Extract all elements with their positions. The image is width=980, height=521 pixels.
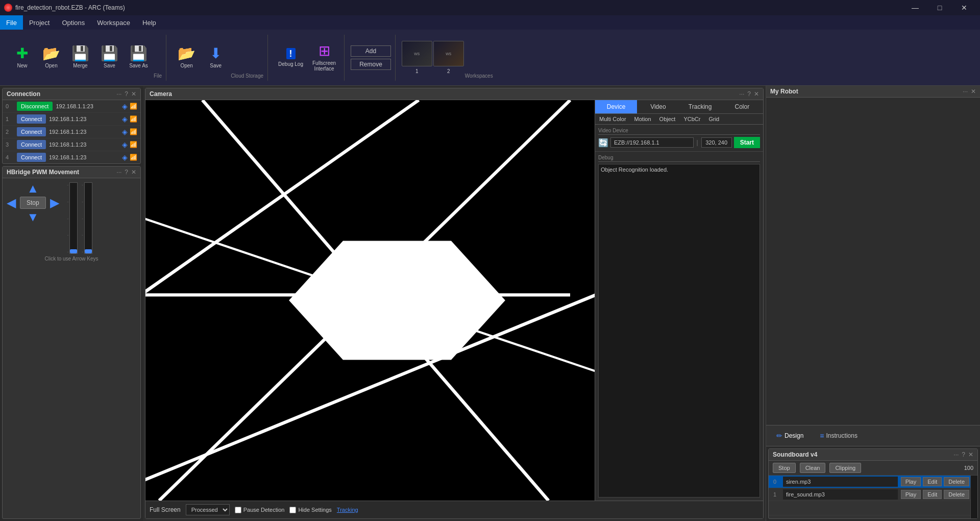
save-icon: 💾 (101, 46, 118, 61)
robot-tab-instructions[interactable]: ≡ Instructions (814, 430, 864, 442)
wifi-icon-0: 📶 (130, 103, 137, 110)
design-tab-label: Design (785, 432, 803, 439)
minimize-button[interactable]: — (903, 0, 927, 15)
tab-color[interactable]: Color (721, 100, 763, 113)
sb-play-1[interactable]: Play (901, 490, 921, 499)
workspace-1-thumb[interactable]: ws (402, 41, 432, 66)
soundboard-close-icon[interactable]: ✕ (968, 451, 973, 458)
down-button[interactable]: ▼ (27, 211, 39, 223)
menu-project[interactable]: Project (23, 15, 56, 30)
fullscreen-button[interactable]: ⊞ Fullscreen Interface (308, 37, 340, 78)
sb-delete-1[interactable]: Delete (944, 490, 969, 499)
start-button[interactable]: Start (734, 137, 760, 148)
sub-tab-object[interactable]: Object (655, 114, 680, 124)
my-robot-options-icon[interactable]: ··· (963, 88, 968, 95)
new-button[interactable]: ✚ New (8, 37, 36, 78)
merge-button[interactable]: 💾 Merge (66, 37, 94, 78)
right-button[interactable]: ▶ (50, 197, 59, 209)
remove-button[interactable]: Remove (351, 59, 391, 70)
connect-button-1[interactable]: Connect (17, 114, 46, 124)
pause-detection-label[interactable]: Pause Detection (235, 507, 285, 513)
left-button[interactable]: ◀ (7, 197, 16, 209)
soundboard-scrollbar[interactable] (970, 476, 977, 518)
connect-button-2[interactable]: Connect (17, 127, 46, 136)
hbridge-help-icon[interactable]: ? (125, 169, 128, 176)
connection-panel-controls: ··· ? ✕ (116, 90, 136, 98)
sb-edit-0[interactable]: Edit (923, 477, 942, 486)
menu-options[interactable]: Options (56, 15, 91, 30)
hide-settings-checkbox[interactable] (289, 507, 296, 513)
sub-tab-motion[interactable]: Motion (630, 114, 655, 124)
tab-tracking[interactable]: Tracking (679, 100, 721, 113)
toolbar-add-remove-group: Add Remove (347, 35, 396, 81)
robot-tab-design[interactable]: ✏ Design (770, 430, 810, 442)
soundboard-row-1: 1 Play Edit Delete (769, 488, 970, 501)
open-button[interactable]: 📂 Open (37, 37, 65, 78)
title-bar: fire_detection_robot.EZB - ARC (Teams) —… (0, 0, 980, 15)
up-button[interactable]: ▲ (27, 182, 39, 195)
disconnect-button-0[interactable]: Disconnect (17, 102, 53, 111)
hide-settings-text: Hide Settings (298, 507, 331, 513)
sb-delete-0[interactable]: Delete (944, 477, 969, 486)
clean-button[interactable]: Clean (800, 463, 826, 473)
slider-1-track[interactable] (69, 182, 78, 254)
view-select[interactable]: Processed Normal Gray (186, 504, 230, 515)
soundboard-panel: Soundboard v4 ··· ? ✕ Stop Clean Clippin… (768, 448, 978, 519)
resolution-input[interactable] (701, 137, 732, 148)
conn-num-1: 1 (6, 116, 14, 122)
sb-edit-1[interactable]: Edit (923, 490, 942, 499)
connect-button-4[interactable]: Connect (17, 153, 46, 162)
camera-help-icon[interactable]: ? (747, 90, 751, 98)
slider-1-thumb (70, 249, 77, 253)
file-group-label: File (154, 73, 162, 81)
pause-detection-checkbox[interactable] (235, 507, 241, 513)
hide-settings-label[interactable]: Hide Settings (289, 507, 331, 513)
cloud-save-button[interactable]: ⬇ Save (202, 37, 230, 78)
clipping-button[interactable]: Clipping (829, 463, 861, 473)
slider-2-ticks: - - - - - (82, 182, 83, 254)
add-remove-buttons: Add Remove (351, 45, 391, 70)
tab-video[interactable]: Video (637, 100, 679, 113)
sub-tab-multicolor[interactable]: Multi Color (595, 114, 630, 124)
stop-button[interactable]: Stop (20, 197, 46, 209)
workspace-2-thumb[interactable]: ws (433, 41, 464, 66)
connection-title: Connection (7, 90, 40, 98)
save-as-button[interactable]: 💾 Save As (125, 37, 153, 78)
soundboard-options-icon[interactable]: ··· (953, 451, 959, 458)
sb-file-0[interactable] (783, 477, 898, 487)
camera-close-icon[interactable]: ✕ (754, 90, 759, 98)
maximize-button[interactable]: □ (928, 0, 951, 15)
sb-num-0: 0 (769, 477, 781, 487)
soundboard-panel-controls: ··· ? ✕ (953, 451, 973, 458)
tracking-link[interactable]: Tracking (337, 507, 358, 513)
add-button[interactable]: Add (351, 45, 391, 57)
soundboard-help-icon[interactable]: ? (962, 451, 965, 458)
sub-tab-ycbcr[interactable]: YCbCr (679, 114, 704, 124)
device-url-input[interactable] (610, 137, 694, 148)
menu-help[interactable]: Help (136, 15, 162, 30)
connection-help-icon[interactable]: ? (125, 90, 128, 98)
hbridge-options-icon[interactable]: ··· (116, 169, 121, 176)
save-button[interactable]: 💾 Save (95, 37, 124, 78)
soundboard-controls: Stop Clean Clipping 100 (769, 461, 977, 476)
connection-options-icon[interactable]: ··· (116, 90, 121, 98)
hbridge-close-icon[interactable]: ✕ (131, 169, 136, 176)
fullscreen-camera-button[interactable]: Full Screen (150, 506, 181, 513)
connect-button-3[interactable]: Connect (17, 140, 46, 149)
close-button[interactable]: ✕ (952, 0, 976, 15)
tab-device[interactable]: Device (595, 100, 637, 113)
debug-log-button[interactable]: ! Debug Log (274, 37, 307, 78)
camera-options-icon[interactable]: ··· (739, 90, 744, 98)
sub-tab-grid[interactable]: Grid (704, 114, 723, 124)
my-robot-close-icon[interactable]: ✕ (971, 88, 976, 95)
slider-2-track[interactable] (84, 182, 92, 254)
menu-workspace[interactable]: Workspace (91, 15, 136, 30)
menu-file[interactable]: File (0, 15, 23, 30)
cloud-open-button[interactable]: 📂 Open (173, 37, 201, 78)
sb-file-1[interactable] (783, 489, 898, 500)
workspace-2-label: 2 (447, 68, 450, 74)
connection-close-icon[interactable]: ✕ (131, 90, 136, 98)
stop-sound-button[interactable]: Stop (773, 463, 796, 473)
cloud-open-label: Open (180, 63, 192, 68)
sb-play-0[interactable]: Play (901, 477, 921, 486)
